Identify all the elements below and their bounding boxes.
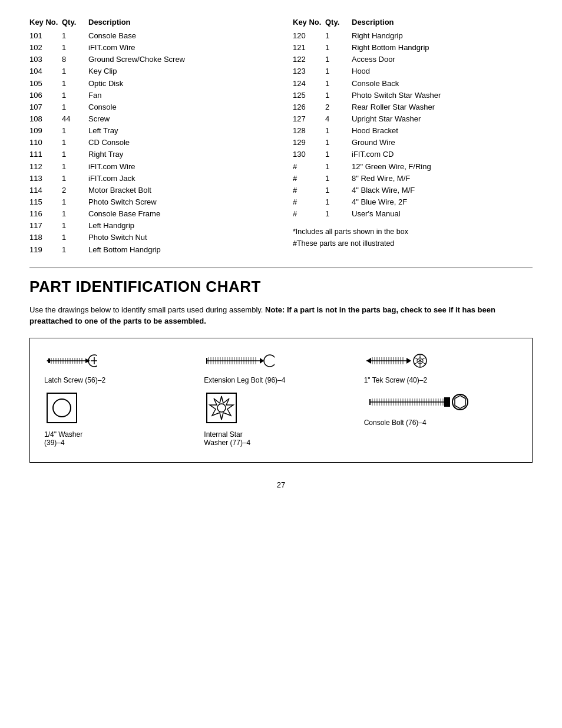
table-row: 1041Key Clip [29,65,269,77]
row-qty: 1 [62,65,88,77]
table-row: 1038Ground Screw/Choke Screw [29,54,269,65]
row-qty: 1 [325,161,352,173]
row-qty: 1 [62,244,88,256]
table-row: 1221Access Door [293,54,533,65]
row-desc: iFIT.com Jack [88,173,269,185]
table-row: 1021iFIT.com Wire [29,42,269,54]
row-desc: Key Clip [88,65,269,77]
table-row: 1191Left Bottom Handgrip [29,244,269,256]
row-keyno: 113 [29,173,62,185]
row-desc: iFIT.com Wire [88,42,269,54]
row-qty: 1 [62,232,88,243]
svg-rect-68 [47,393,77,423]
diagram-console-bolt: Console Bolt (76)–4 [364,390,518,447]
row-qty: 1 [62,42,88,54]
footnote-hash: #These parts are not illustrated [293,238,533,249]
row-keyno: 124 [293,78,325,90]
latch-screw-label: Latch Screw (56)–2 [44,376,105,384]
row-keyno: 102 [29,42,62,54]
row-keyno: 109 [29,125,62,137]
table-row: 1231Hood [293,65,533,77]
svg-point-69 [53,399,71,417]
row-qty: 1 [325,30,352,42]
row-qty: 1 [62,173,88,185]
row-desc: Left Tray [88,125,269,137]
row-keyno: 106 [29,90,62,101]
row-desc: Ground Wire [352,137,533,149]
row-desc: iFIT.com Wire [88,161,269,173]
row-qty: 1 [325,137,352,149]
extension-bolt-label: Extension Leg Bolt (96)–4 [204,376,285,384]
table-row: 1161Console Base Frame [29,208,269,220]
table-row: 1131iFIT.com Jack [29,173,269,185]
row-keyno: 129 [293,137,325,149]
table-row: 1121iFIT.com Wire [29,161,269,173]
row-keyno: 116 [29,208,62,220]
pic-note: Use the drawings below to identify small… [29,304,533,327]
row-keyno: 121 [293,42,325,54]
row-qty: 8 [62,54,88,65]
row-keyno: 105 [29,78,62,90]
row-desc: User's Manual [352,208,533,220]
table-row: #14" Blue Wire, 2F [293,196,533,208]
row-desc: 8" Red Wire, M/F [352,173,533,185]
row-qty: 2 [62,185,88,196]
row-qty: 1 [325,78,352,90]
diagram-extension-bolt: Extension Leg Bolt (96)–4 [204,350,358,384]
left-rows-container: 1011Console Base1021iFIT.com Wire1038Gro… [29,30,269,256]
table-row: 1211Right Bottom Handgrip [293,42,533,54]
row-desc: Upright Star Washer [352,113,533,125]
svg-marker-17 [85,358,90,363]
table-row: 1171Left Handgrip [29,220,269,232]
table-row: 1181Photo Switch Nut [29,232,269,243]
footnotes: *Includes all parts shown in the box #Th… [293,226,533,249]
header-qty-right: Qty. [325,18,352,27]
row-desc: Hood [352,65,533,77]
tek-screw-label: 1" Tek Screw (40)–2 [364,376,427,384]
row-keyno: 101 [29,30,62,42]
diagram-star-washer: Internal StarWasher (77)–4 [204,390,358,447]
header-keyno-right: Key No. [293,18,325,27]
parts-diagram-box: Latch Screw (56)–2 [29,338,533,463]
header-desc-right: Description [352,18,533,27]
row-desc: Photo Switch Screw [88,196,269,208]
row-qty: 1 [325,54,352,65]
row-desc: Motor Bracket Bolt [88,185,269,196]
row-desc: Optic Disk [88,78,269,90]
diagram-grid: Latch Screw (56)–2 [44,350,518,447]
extension-bolt-visual [204,350,275,371]
row-desc: Left Bottom Handgrip [88,244,269,256]
table-row: 1241Console Back [293,78,533,90]
row-keyno: 130 [293,149,325,160]
row-desc: 12" Green Wire, F/Ring [352,161,533,173]
row-keyno: 110 [29,137,62,149]
row-qty: 1 [62,30,88,42]
row-qty: 1 [325,149,352,160]
row-desc: iFIT.com CD [352,149,533,160]
row-qty: 1 [62,125,88,137]
divider [29,268,533,268]
table-row: 1301iFIT.com CD [293,149,533,160]
row-desc: Right Tray [88,149,269,160]
table-row: #18" Red Wire, M/F [293,173,533,185]
row-qty: 1 [325,208,352,220]
svg-point-72 [217,404,226,412]
row-keyno: # [293,208,325,220]
page-number: 27 [29,480,533,489]
table-row: #14" Black Wire, M/F [293,185,533,196]
header-desc-left: Description [88,18,269,27]
table-row: 1201Right Handgrip [293,30,533,42]
washer-svg [44,390,80,426]
row-keyno: 122 [293,54,325,65]
row-keyno: 117 [29,220,62,232]
row-desc: 4" Blue Wire, 2F [352,196,533,208]
tek-screw-visual [364,350,429,371]
row-keyno: 120 [293,30,325,42]
table-row: 1291Ground Wire [293,137,533,149]
row-keyno: 114 [29,185,62,196]
table-row: 1251Photo Switch Star Washer [293,90,533,101]
row-qty: 1 [62,78,88,90]
row-qty: 1 [62,137,88,149]
row-keyno: 119 [29,244,62,256]
diagram-tek-screw: 1" Tek Screw (40)–2 [364,350,518,384]
